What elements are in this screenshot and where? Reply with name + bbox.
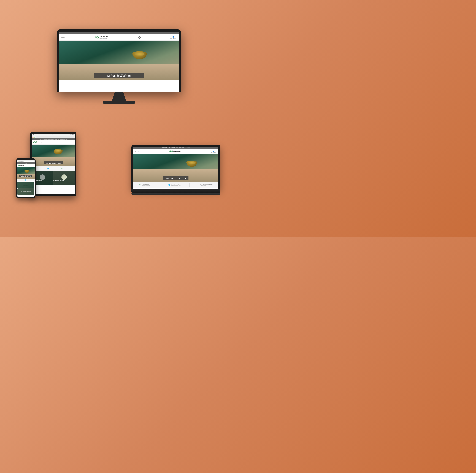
tablet-hero: JAZZ UP YOUR DINING ROOM WINTER COLLECTI… xyxy=(32,145,75,166)
phone-header: 𝒮𝒮 SMART-LINK xyxy=(17,164,35,167)
desktop-hero: JAZZ UP YOUR DINING ROOM WINTER COLLECTI… xyxy=(59,40,179,80)
desktop-topbar-text: FREE SHIPPING ON AUS ORDERS PLEASE CONTA… xyxy=(102,32,136,34)
desktop-header: f t in ✉ 𝒮𝒮 SMART-LINK ® xyxy=(59,35,179,40)
phone-phone-icon: ☎ xyxy=(17,180,19,181)
tablet: 9:41 31.5 Aug ▐▐▐ WiFi ⬡ 🔒 smartlinkhome… xyxy=(30,132,76,197)
laptop-logo: 𝒮𝒮 SMART-LINK ® Homeware products xyxy=(169,150,181,153)
phone-hamburger[interactable] xyxy=(33,165,34,166)
phone-bowl xyxy=(24,170,29,173)
desktop-social-icons: f t in ✉ xyxy=(61,37,65,38)
tablet-globe-icon: 🌐 xyxy=(47,168,49,169)
phone-brand-name: SMART-LINK xyxy=(20,165,24,166)
twitter-icon[interactable]: t xyxy=(62,37,63,38)
desktop-hero-overlay: JAZZ UP YOUR DINING ROOM WINTER COLLECTI… xyxy=(94,73,144,78)
email-icon[interactable]: ✉ xyxy=(65,37,65,38)
tablet-hero-overlay: JAZZ UP YOUR DINING ROOM WINTER COLLECTI… xyxy=(44,161,63,164)
desktop-screen: ‹ FREE SHIPPING ON AUS ORDERS PLEASE CON… xyxy=(59,32,179,92)
phone-hero: JAZZ UP YOUR DINING ROOM WINTER COLLECTI… xyxy=(17,167,35,179)
facebook-icon[interactable]: f xyxy=(61,37,62,38)
laptop-hero-overlay: JAZZ UP YOUR DINING ROOM WINTER COLLECTI… xyxy=(163,176,188,180)
phone-logo: 𝒮𝒮 SMART-LINK xyxy=(17,165,24,166)
tablet-features: ☎ NEED ASSISTANCE? Check out our FAQs pa… xyxy=(32,166,75,171)
close-button[interactable]: ✕ xyxy=(138,36,141,39)
laptop-hero-title: WINTER COLLECTION xyxy=(166,178,186,180)
laptop-feature-2: 🌐 AUSTRALIA'S NO. 1 Online Wholesale for… xyxy=(168,184,181,186)
tablet-brand-tagline: Homeware products xyxy=(36,143,42,143)
laptop-screen: ‹ FREE SHIPPING ON AUS ORDERS PLEASE CON… xyxy=(133,147,219,189)
phone-feature-1: ☎ NEED ASSISTANCE? xyxy=(17,180,24,181)
desktop-hero-title: WINTER COLLECTION xyxy=(96,75,142,77)
hamburger-menu[interactable] xyxy=(72,142,73,143)
tablet-logo-icon: 𝒮𝒮 xyxy=(33,141,36,144)
laptop-feature-1: ☎ NEED ASSISTANCE? Check out our FAQs pa… xyxy=(139,184,150,186)
phone: 9:41 ▐▐ ⬡ 🔒 smartlinkhome.com.au FREE SH… xyxy=(16,158,35,198)
phone-features: ☎ NEED ASSISTANCE? 🌐 AUSTRALIA'S NO. 1 xyxy=(17,179,35,181)
laptop-header: ftin✉ 𝒮𝒮 SMART-LINK ® Homeware products xyxy=(133,149,219,154)
tablet-topbar: FREE SHIPPING ON AUS ORDERS PLEASE CONTA… xyxy=(32,138,75,140)
desktop-monitor: ‹ FREE SHIPPING ON AUS ORDERS PLEASE CON… xyxy=(57,29,181,104)
desktop-topbar: ‹ FREE SHIPPING ON AUS ORDERS PLEASE CON… xyxy=(59,32,179,35)
logo-icon: 𝒮𝒮 xyxy=(94,36,99,39)
tablet-hero-title: WINTER COLLECTION xyxy=(46,162,61,164)
instagram-icon[interactable]: in xyxy=(63,37,64,38)
phone-icon: ☎ xyxy=(139,184,141,186)
laptop-hinge xyxy=(131,189,220,193)
phone-topbar: FREE SHIPPING ON AUS ORDERS PLEASE CONTA… xyxy=(17,162,35,164)
laptop-hero: JAZZ UP YOUR DINING ROOM WINTER COLLECTI… xyxy=(133,154,219,182)
tablet-feature-2: 🌐 AUSTRALIA'S NO. 1 Online Wholesale for… xyxy=(47,168,57,169)
close-dot[interactable] xyxy=(32,137,33,138)
tablet-screen: 9:41 31.5 Aug ▐▐▐ WiFi ⬡ 🔒 smartlinkhome… xyxy=(32,134,75,194)
monitor-base xyxy=(103,101,135,104)
tablet-ship-icon: ✈ xyxy=(61,168,63,169)
brand-name: SMART-LINK xyxy=(100,36,108,38)
tablet-bowl xyxy=(54,149,63,154)
tablet-logo: 𝒮𝒮 SMART-LINK Homeware products xyxy=(33,141,42,144)
brand-tagline: Homeware products xyxy=(100,38,110,39)
laptop-logo-icon: 𝒮𝒮 xyxy=(169,150,172,153)
tablet-sections: REGISTRATION NEW ACCOUNT APPLICATION xyxy=(32,171,75,185)
laptop-feature-3: ✈ FAST TRACKABLE SHIPPING 72 Hour Dispat… xyxy=(198,184,213,186)
laptop-bowl xyxy=(187,161,197,167)
laptop-features-bar: ☎ NEED ASSISTANCE? Check out our FAQs pa… xyxy=(133,182,219,188)
main-scene: ‹ FREE SHIPPING ON AUS ORDERS PLEASE CON… xyxy=(12,20,226,216)
max-dot[interactable] xyxy=(34,137,35,138)
phone-logo-icon: 𝒮𝒮 xyxy=(17,165,20,166)
tablet-browser-chrome: 🔒 smartlinkhome.com.au xyxy=(32,135,75,138)
min-dot[interactable] xyxy=(34,137,34,138)
phone-below: REGISTRATION NEW ACCOUNT APPLICATION xyxy=(17,181,35,195)
laptop-topbar-text: FREE SHIPPING ON AUS ORDERS PLEASE CONTA… xyxy=(162,147,190,148)
shipping-icon: ✈ xyxy=(198,184,200,186)
phone-hero-overlay: JAZZ UP YOUR DINING ROOM WINTER COLLECTI… xyxy=(19,175,32,177)
phone-section-1: REGISTRATION xyxy=(17,182,34,188)
phone-screen: 9:41 ▐▐ ⬡ 🔒 smartlinkhome.com.au FREE SH… xyxy=(17,160,35,197)
tablet-status-bar: 9:41 31.5 Aug ▐▐▐ WiFi ⬡ xyxy=(32,134,75,135)
laptop-brand-tagline: Homeware products xyxy=(173,152,181,153)
laptop: ‹ FREE SHIPPING ON AUS ORDERS PLEASE CON… xyxy=(131,145,220,195)
brand-registered: ® xyxy=(109,36,109,37)
phone-address-bar[interactable]: 🔒 smartlinkhome.com.au xyxy=(17,161,34,162)
tablet-address-bar[interactable]: 🔒 smartlinkhome.com.au xyxy=(36,136,73,138)
globe-icon: 🌐 xyxy=(168,184,170,186)
laptop-login[interactable]: 👤 Login/Register xyxy=(211,151,216,153)
phone-section-2: NEW ACCOUNT APPLICATION xyxy=(17,188,34,195)
laptop-topbar: ‹ FREE SHIPPING ON AUS ORDERS PLEASE CON… xyxy=(133,147,219,149)
monitor-neck xyxy=(112,92,126,101)
tablet-feature-3: ✈ FAST TRACKABLE SHIPPING 72 Hour Dispat… xyxy=(61,168,73,169)
phone-browser: 🔒 smartlinkhome.com.au xyxy=(17,161,35,162)
phone-globe-icon: 🌐 xyxy=(25,180,26,181)
bowl-decoration xyxy=(133,51,147,59)
laptop-social: ftin✉ xyxy=(135,151,139,152)
phone-feature-2: 🌐 AUSTRALIA'S NO. 1 xyxy=(25,180,32,181)
desktop-logo: 𝒮𝒮 SMART-LINK ® Homeware products xyxy=(94,36,110,39)
tablet-new-account: NEW ACCOUNT APPLICATION xyxy=(53,171,75,185)
login-button[interactable]: 👤 Login/Register xyxy=(170,36,177,39)
tablet-header: 𝒮𝒮 SMART-LINK Homeware products xyxy=(32,140,75,145)
